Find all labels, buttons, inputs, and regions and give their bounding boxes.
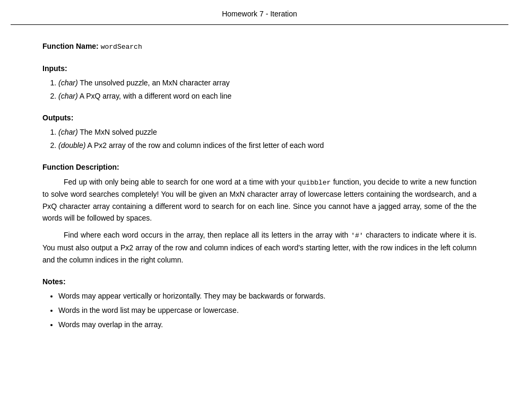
list-item: Words in the word list may be uppercase … bbox=[58, 305, 477, 316]
input-1-desc: The unsolved puzzle, an MxN character ar… bbox=[80, 78, 229, 87]
function-name-section: Function Name: wordSearch bbox=[42, 41, 477, 52]
list-item: (char) The MxN solved puzzle bbox=[58, 127, 477, 138]
note-1: Words may appear vertically or horizonta… bbox=[58, 292, 325, 300]
function-desc-paragraph-1: Fed up with only being able to search fo… bbox=[42, 176, 477, 224]
note-3: Words may overlap in the array. bbox=[58, 320, 163, 329]
inputs-section: Inputs: (char) The unsolved puzzle, an M… bbox=[42, 63, 477, 102]
page-header: Homework 7 - Iteration bbox=[0, 0, 519, 24]
function-desc-title: Function Description: bbox=[42, 162, 477, 173]
output-2-desc: A Px2 array of the row and column indice… bbox=[88, 141, 324, 150]
output-1-desc: The MxN solved puzzle bbox=[80, 128, 157, 136]
outputs-section: Outputs: (char) The MxN solved puzzle (d… bbox=[42, 112, 477, 151]
function-desc-paragraph-2: Find where each word occurs in the array… bbox=[42, 229, 477, 266]
main-content: Function Name: wordSearch Inputs: (char)… bbox=[0, 25, 519, 355]
notes-section: Notes: Words may appear vertically or ho… bbox=[42, 276, 477, 330]
list-item: Words may overlap in the array. bbox=[58, 319, 477, 330]
inputs-title: Inputs: bbox=[42, 63, 477, 74]
input-1-type: (char) bbox=[58, 78, 78, 87]
function-description-section: Function Description: Fed up with only b… bbox=[42, 162, 477, 266]
note-2: Words in the word list may be uppercase … bbox=[58, 306, 239, 314]
outputs-title: Outputs: bbox=[42, 112, 477, 124]
inline-code-quibbler: quibbler bbox=[298, 179, 331, 187]
inputs-list: (char) The unsolved puzzle, an MxN chara… bbox=[58, 77, 477, 102]
input-2-type: (char) bbox=[58, 92, 78, 100]
page-container: Homework 7 - Iteration Function Name: wo… bbox=[0, 0, 519, 420]
notes-list: Words may appear vertically or horizonta… bbox=[58, 291, 477, 330]
function-desc-body: Fed up with only being able to search fo… bbox=[42, 176, 477, 266]
outputs-list: (char) The MxN solved puzzle (double) A … bbox=[58, 127, 477, 151]
list-item: (double) A Px2 array of the row and colu… bbox=[58, 140, 477, 151]
input-2-desc: A PxQ array, with a different word on ea… bbox=[80, 92, 232, 100]
inline-code-hash: '#' bbox=[351, 232, 363, 240]
list-item: (char) A PxQ array, with a different wor… bbox=[58, 91, 477, 102]
function-name-label: Function Name: bbox=[42, 42, 99, 50]
notes-title: Notes: bbox=[42, 276, 477, 287]
output-2-type: (double) bbox=[58, 141, 85, 150]
list-item: (char) The unsolved puzzle, an MxN chara… bbox=[58, 77, 477, 89]
function-name-value: wordSearch bbox=[101, 43, 142, 51]
output-1-type: (char) bbox=[58, 128, 78, 136]
list-item: Words may appear vertically or horizonta… bbox=[58, 291, 477, 302]
page-title: Homework 7 - Iteration bbox=[222, 10, 297, 18]
